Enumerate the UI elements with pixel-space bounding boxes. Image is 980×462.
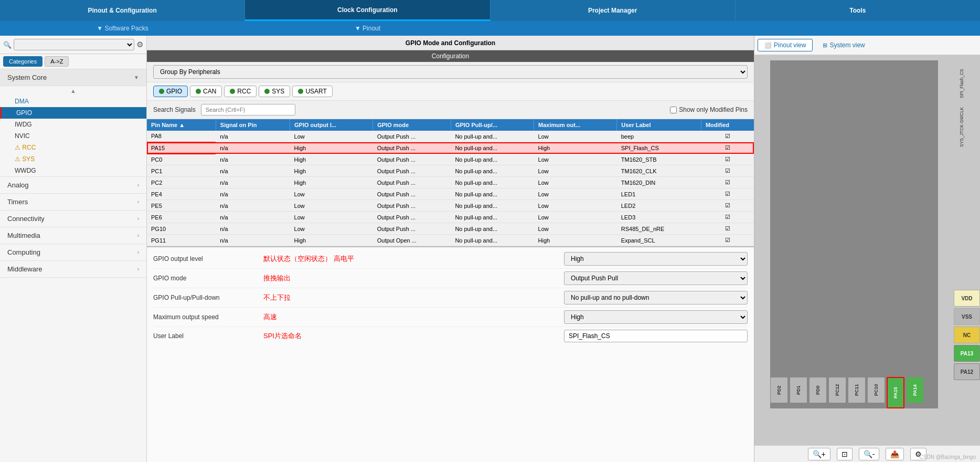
pull-updown-select[interactable]: No pull-up and no pull-down Pull-up Pull… xyxy=(564,291,748,304)
right-panel: ⬜ Pinout view ⊞ System view SPI_Flash_CS… xyxy=(754,36,980,462)
right-tab-pinout[interactable]: ⬜ Pinout view xyxy=(758,39,813,51)
table-row[interactable]: PC2 n/a High Output Push ... No pull-up … xyxy=(147,177,754,188)
search-signals-label: Search Signals xyxy=(153,106,196,113)
sidebar: 🔍 ⚙ Categories A->Z System Core ▼ ▲ DMA … xyxy=(0,36,147,462)
periph-tab-sys[interactable]: SYS xyxy=(259,86,290,97)
chip-view: SPI_Flash_CS SYS_JTCK-SWCLK PD2 PD1 PD0 … xyxy=(754,55,980,445)
category-middleware[interactable]: Middleware › xyxy=(0,261,146,278)
show-modified-checkbox[interactable] xyxy=(670,107,677,113)
pin-pa15[interactable]: PA15 xyxy=(887,377,904,408)
sub-item-nvic[interactable]: NVIC xyxy=(0,130,146,142)
gear-icon[interactable]: ⚙ xyxy=(136,40,143,49)
gpio-mode-annotation: 推挽输出 xyxy=(263,274,559,283)
category-analog[interactable]: Analog › xyxy=(0,176,146,194)
sub-item-rcc[interactable]: ⚠ RCC xyxy=(0,142,146,153)
fit-button[interactable]: ⊡ xyxy=(837,448,853,460)
search-icon: 🔍 xyxy=(3,41,12,49)
table-row[interactable]: PA15 n/a High Output Push ... No pull-up… xyxy=(147,142,754,154)
table-row[interactable]: PG11 n/a High Output Open ... No pull-up… xyxy=(147,235,754,246)
output-level-select[interactable]: High Low xyxy=(564,252,748,266)
pinout-view-icon: ⬜ xyxy=(764,42,772,49)
pin-vss: VSS xyxy=(954,308,980,325)
category-connectivity[interactable]: Connectivity › xyxy=(0,211,146,227)
pin-pa14[interactable]: PA14 xyxy=(906,377,924,403)
connectivity-arrow: › xyxy=(137,216,139,222)
watermark: CSDN @Bazinga_bingo xyxy=(920,454,976,460)
pin-pa13[interactable]: PA13 xyxy=(954,345,980,362)
gpio-mode-select[interactable]: Output Push Pull Output Open Drain xyxy=(564,271,748,285)
zoom-in-button[interactable]: 🔍+ xyxy=(808,448,830,460)
tab-categories[interactable]: Categories xyxy=(3,56,42,67)
table-row[interactable]: PE5 n/a Low Output Push ... No pull-up a… xyxy=(147,200,754,212)
group-by-select[interactable]: Group By Peripherals xyxy=(153,65,748,79)
system-view-icon: ⊞ xyxy=(823,42,827,49)
user-label-label: User Label xyxy=(153,332,258,340)
pin-pd1: PD1 xyxy=(790,377,807,403)
tab-project[interactable]: Project Manager xyxy=(491,0,736,21)
gpio-title: GPIO Mode and Configuration xyxy=(147,36,754,50)
category-computing[interactable]: Computing › xyxy=(0,244,146,261)
periph-tab-usart[interactable]: USART xyxy=(292,86,332,97)
pull-updown-annotation: 不上下拉 xyxy=(263,293,559,302)
gpio-table-container: Pin Name ▲ Signal on Pin GPIO output l..… xyxy=(147,119,754,246)
table-row[interactable]: PE6 n/a Low Output Push ... No pull-up a… xyxy=(147,212,754,223)
tab-clock[interactable]: Clock Configuration xyxy=(245,0,490,21)
gpio-mode-label: GPIO mode xyxy=(153,275,258,282)
table-row[interactable]: PG10 n/a Low Output Push ... No pull-up … xyxy=(147,223,754,235)
category-system-core[interactable]: System Core ▼ xyxy=(0,69,146,86)
tab-pinout[interactable]: Pinout & Configuration xyxy=(0,0,245,21)
category-multimedia[interactable]: Multimedia › xyxy=(0,227,146,244)
analog-arrow: › xyxy=(137,182,139,188)
sub-item-wwdg[interactable]: WWDG xyxy=(0,165,146,176)
computing-arrow: › xyxy=(137,249,139,255)
config-header: Configuration xyxy=(147,50,754,62)
sub-tab-software[interactable]: ▼ Software Packs xyxy=(86,25,159,32)
timers-arrow: › xyxy=(137,199,139,205)
sub-item-sys[interactable]: ⚠ SYS xyxy=(0,153,146,165)
output-level-annotation: 默认状态（空闲状态） 高电平 xyxy=(263,254,559,264)
collapse-arrow: ▼ xyxy=(134,75,139,80)
sub-item-iwdg[interactable]: IWDG xyxy=(0,119,146,130)
tab-tools[interactable]: Tools xyxy=(736,0,980,21)
sub-tab-pinout[interactable]: ▼ Pinout xyxy=(344,25,391,32)
sub-item-gpio[interactable]: GPIO xyxy=(0,107,146,119)
search-select[interactable] xyxy=(14,39,134,50)
pin-pc12: PC12 xyxy=(828,377,846,403)
sub-item-dma[interactable]: DMA xyxy=(0,96,146,107)
pin-pa12[interactable]: PA12 xyxy=(954,363,980,380)
pin-nc: NC xyxy=(954,327,980,343)
pin-pc11: PC11 xyxy=(848,377,866,403)
search-signals-input[interactable] xyxy=(201,104,295,116)
output-level-label: GPIO output level xyxy=(153,255,258,262)
table-row[interactable]: PC0 n/a High Output Push ... No pull-up … xyxy=(147,154,754,165)
middleware-arrow: › xyxy=(137,266,139,272)
pin-vdd: VDD xyxy=(954,290,980,307)
periph-tab-rcc[interactable]: RCC xyxy=(224,86,257,97)
pin-pc10: PC10 xyxy=(867,377,885,403)
user-label-annotation: SPI片选命名 xyxy=(263,331,559,341)
export-button[interactable]: 📤 xyxy=(886,448,904,460)
table-row[interactable]: PA8 n/a Low Output Push ... No pull-up a… xyxy=(147,131,754,142)
pin-pd2: PD2 xyxy=(770,377,788,403)
table-row[interactable]: PC1 n/a High Output Push ... No pull-up … xyxy=(147,165,754,177)
tab-az[interactable]: A->Z xyxy=(45,56,69,67)
max-speed-annotation: 高速 xyxy=(263,312,559,322)
periph-tab-can[interactable]: CAN xyxy=(190,86,222,97)
spi-flash-cs-label: SPI_Flash_CS xyxy=(944,62,979,104)
max-speed-select[interactable]: High Low Medium Very High xyxy=(564,310,748,324)
right-tab-system[interactable]: ⊞ System view xyxy=(816,39,871,51)
show-modified-label: Show only Modified Pins xyxy=(679,106,748,113)
pin-pd0: PD0 xyxy=(809,377,827,403)
zoom-out-button[interactable]: 🔍- xyxy=(859,448,880,460)
table-row[interactable]: PE4 n/a Low Output Push ... No pull-up a… xyxy=(147,188,754,200)
user-label-input[interactable] xyxy=(564,330,748,342)
max-speed-label: Maximum output speed xyxy=(153,313,258,321)
config-panel: GPIO output level 默认状态（空闲状态） 高电平 High Lo… xyxy=(147,246,754,462)
sys-jtck-swclk-label: SYS_JTCK-SWCLK xyxy=(944,106,979,148)
up-arrow[interactable]: ▲ xyxy=(0,86,146,96)
gpio-table: Pin Name ▲ Signal on Pin GPIO output l..… xyxy=(147,119,754,246)
center-panel: GPIO Mode and Configuration Configuratio… xyxy=(147,36,754,462)
category-timers[interactable]: Timers › xyxy=(0,194,146,211)
top-nav: Pinout & Configuration Clock Configurati… xyxy=(0,0,980,36)
periph-tab-gpio[interactable]: GPIO xyxy=(153,86,188,97)
